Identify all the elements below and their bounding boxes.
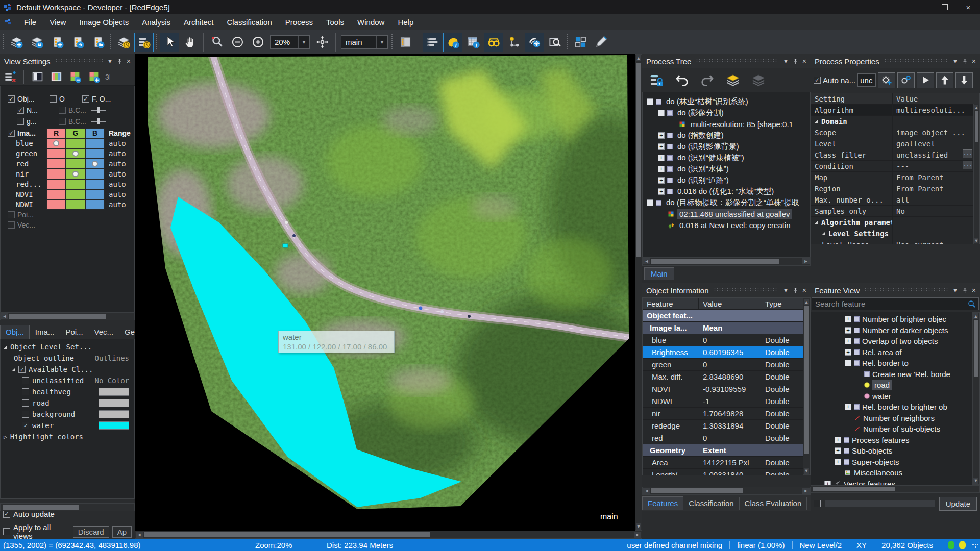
feature-row[interactable]: nir1.70649828Double: [643, 408, 810, 420]
zoom-tool-button[interactable]: [207, 33, 227, 52]
collapse-icon[interactable]: −: [658, 110, 665, 116]
viewer-vscrollbar[interactable]: ▲ ▼: [635, 54, 642, 531]
feature-row[interactable]: NDVI-0.93109559Double: [643, 383, 810, 395]
layer-row[interactable]: NDVIauto: [1, 189, 134, 199]
feature-range-checkbox[interactable]: [814, 500, 821, 507]
collapse-icon[interactable]: −: [647, 199, 653, 206]
ellipsis-button[interactable]: ...: [963, 161, 972, 169]
feature-row[interactable]: Length/...1.00331840Double: [643, 469, 810, 475]
layer-range[interactable]: auto: [105, 199, 133, 210]
feature-tree-row[interactable]: +Process features: [811, 435, 979, 446]
process-row[interactable]: −do (目标物提取：影像分割之“单株”提取: [643, 197, 810, 208]
expand-icon[interactable]: +: [845, 349, 851, 356]
layer-row[interactable]: blueauto: [1, 138, 134, 148]
tab-ima[interactable]: Ima...: [30, 325, 60, 339]
run-tree-button[interactable]: [723, 70, 743, 90]
feature-tree-row[interactable]: +Sub-objects: [811, 445, 979, 457]
move-down-button[interactable]: [955, 72, 973, 88]
edit-layer-mixing-button[interactable]: [2, 69, 18, 85]
add-split-button[interactable]: [86, 69, 102, 85]
process-properties-vscrollbar[interactable]: ▲▼: [973, 104, 979, 244]
tab-features[interactable]: Features: [642, 496, 683, 510]
view-settings-hscrollbar[interactable]: ◄: [0, 312, 135, 320]
level-tree-row[interactable]: Object Level Set...: [1, 341, 134, 353]
expand-icon[interactable]: +: [658, 188, 665, 195]
channel-cell-r[interactable]: [46, 169, 66, 179]
process-row[interactable]: +do (指数创建): [643, 130, 810, 141]
channel-cell-b[interactable]: [85, 148, 105, 159]
tab-poi[interactable]: Poi...: [60, 325, 88, 339]
split-view-button[interactable]: [571, 33, 590, 52]
class-checkbox[interactable]: [22, 399, 29, 407]
expand-icon[interactable]: +: [835, 437, 841, 443]
channel-cell-b[interactable]: [85, 169, 105, 179]
pin-icon[interactable]: [792, 287, 799, 294]
new-project-button[interactable]: [7, 33, 26, 52]
channel-cell-b[interactable]: [85, 179, 105, 189]
viewer-hscrollbar[interactable]: ◄ ►: [135, 531, 642, 539]
layer-range[interactable]: auto: [105, 159, 133, 169]
feature-tree-row[interactable]: −Rel. border to: [811, 358, 979, 369]
view-layer-list-button[interactable]: [423, 33, 442, 52]
vs-checkbox[interactable]: [17, 107, 24, 114]
channel-cell-r[interactable]: [46, 148, 66, 159]
level-tree-row[interactable]: healthveg: [1, 386, 134, 397]
minimize-button[interactable]: ─: [910, 0, 933, 14]
property-row[interactable]: MapFrom Parent: [811, 172, 979, 183]
pan-tool-button[interactable]: [180, 33, 200, 52]
group-expander-icon[interactable]: [815, 119, 818, 123]
feature-row[interactable]: Image la...Mean: [643, 322, 810, 334]
expander-closed-icon[interactable]: ▷: [4, 434, 7, 440]
channel-cell-b[interactable]: [85, 138, 105, 148]
property-row[interactable]: Domain: [811, 116, 979, 127]
feature-tree-row[interactable]: Create new 'Rel. borde: [811, 369, 979, 380]
vs-checkbox[interactable]: [59, 107, 66, 114]
chevron-down-icon[interactable]: ▼: [952, 288, 958, 293]
level-tree-row[interactable]: unclassifiedNo Color: [1, 375, 134, 386]
feature-tree-row[interactable]: +Number of darker objects: [811, 325, 979, 336]
remove-split-button[interactable]: [67, 69, 83, 85]
transparency-slider[interactable]: [91, 118, 106, 125]
feature-tree-row[interactable]: +Number of brighter objec: [811, 314, 979, 325]
menu-analysis[interactable]: Analysis: [135, 16, 177, 28]
layer-row[interactable]: redauto: [1, 159, 134, 169]
feature-tree-row[interactable]: +Rel. border to brighter ob: [811, 402, 979, 413]
move-up-button[interactable]: [936, 72, 953, 88]
class-checkbox[interactable]: [22, 377, 29, 384]
pin-icon[interactable]: [962, 58, 968, 65]
menu-process[interactable]: Process: [279, 16, 320, 28]
feature-tree-row[interactable]: +Overlap of two objects: [811, 336, 979, 347]
feature-row[interactable]: blue0Double: [643, 334, 810, 346]
vs-checkbox[interactable]: [8, 211, 15, 218]
layer-row[interactable]: red...auto: [1, 179, 134, 189]
auto-update-checkbox[interactable]: [3, 511, 10, 518]
feature-row[interactable]: Area14122115 PxlDouble: [643, 457, 810, 469]
menu-view[interactable]: View: [43, 16, 72, 28]
add-image-layer-button[interactable]: [47, 33, 67, 52]
channel-radio[interactable]: [53, 140, 59, 146]
process-row[interactable]: −do (影像分割): [643, 107, 810, 118]
class-color-swatch[interactable]: [99, 399, 129, 407]
zoom-in-button[interactable]: [248, 33, 267, 52]
property-row[interactable]: Max. number o...all: [811, 194, 979, 206]
menu-help[interactable]: Help: [391, 16, 420, 28]
menu-file[interactable]: File: [17, 16, 43, 28]
show-classification-button[interactable]: [484, 33, 503, 52]
process-row[interactable]: multi-resolution: 85 [shape:0.1: [643, 118, 810, 130]
class-checkbox[interactable]: [22, 411, 29, 418]
channel-cell-g[interactable]: [66, 189, 85, 199]
property-row[interactable]: Level UsageUse current: [811, 239, 979, 244]
process-row[interactable]: +do (识别“道路”): [643, 174, 810, 186]
view-settings-toggle-button[interactable]: [525, 33, 544, 52]
expand-icon[interactable]: +: [845, 404, 851, 410]
channel-cell-b[interactable]: [85, 189, 105, 199]
vs-checkbox[interactable]: [17, 118, 24, 125]
menu-architect[interactable]: Architect: [177, 16, 220, 28]
feature-row[interactable]: rededge1.30331894Double: [643, 420, 810, 432]
close-icon[interactable]: ×: [802, 287, 806, 294]
channel-cell-r[interactable]: [46, 189, 66, 199]
class-checkbox[interactable]: [22, 388, 29, 395]
process-row[interactable]: +do (识别“健康植被”): [643, 152, 810, 163]
vs-checkbox[interactable]: [50, 95, 57, 103]
process-row[interactable]: +do (识别影像背景): [643, 141, 810, 152]
